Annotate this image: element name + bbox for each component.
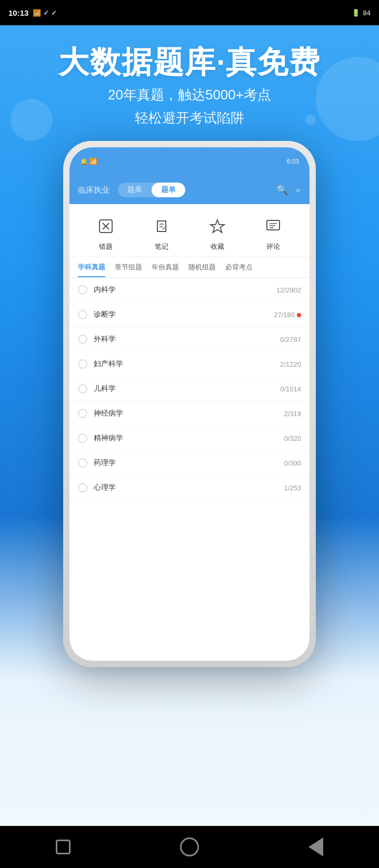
subject-dot-waike (78, 335, 87, 344)
home-square-icon (56, 840, 71, 854)
subject-item-yaoli[interactable]: 药理学 0/300 (69, 451, 310, 476)
subject-name-neike: 内科学 (94, 285, 276, 295)
phone-status-bar: 🔔 📶 6:03 (69, 147, 310, 176)
subject-item-zhenduan[interactable]: 诊断学 27/180 (69, 302, 310, 327)
subject-progress-shenjing: 2/319 (284, 410, 301, 418)
hero-area: 大数据题库·真免费 20年真题，触达5000+考点 轻松避开考试陷阱 🔔 📶 6… (0, 25, 379, 843)
time-display: 10:13 (8, 8, 28, 17)
subject-item-xinli[interactable]: 心理学 1/253 (69, 476, 310, 500)
subject-progress-jingshen: 0/320 (284, 435, 301, 442)
subject-dot-fuchan (78, 359, 87, 369)
tab-chapter[interactable]: 章节组题 (115, 263, 142, 277)
phone-outer-body: 🔔 📶 6:03 临床执业 题库 题单 🔍 ⬦ (63, 141, 316, 667)
svg-rect-6 (267, 220, 280, 230)
filter-icon[interactable]: ⬦ (295, 184, 301, 196)
comments-label: 评论 (266, 242, 280, 251)
tab-group[interactable]: 题库 题单 (118, 183, 185, 197)
subject-progress-erke: 0/1014 (280, 385, 301, 393)
tab-must-memorize[interactable]: 必背考点 (225, 263, 253, 277)
subject-progress-xinli: 1/253 (284, 484, 301, 492)
subject-progress-zhenduan: 27/180 (274, 311, 301, 319)
status-bar: 10:13 📶 ✓ ✓ 🔋 84 (0, 0, 379, 25)
subject-item-fuchan[interactable]: 妇产科学 2/1220 (69, 352, 310, 377)
subject-progress-waike: 0/2787 (280, 336, 301, 344)
status-time: 10:13 📶 ✓ ✓ (8, 8, 57, 17)
tab-subject-real[interactable]: 学科真题 (78, 263, 105, 277)
quick-action-notes[interactable]: 笔记 (149, 214, 174, 251)
subject-tabs: 学科真题 章节组题 年份真题 随机组题 必背考点 (69, 257, 310, 278)
quick-action-comments[interactable]: 评论 (261, 214, 286, 251)
home-circle-icon (180, 837, 199, 856)
subject-item-jingshen[interactable]: 精神病学 0/320 (69, 426, 310, 451)
red-dot-zhenduan (297, 313, 301, 317)
status-indicators: 🔋 84 (352, 9, 371, 17)
tab-question-list[interactable]: 题单 (152, 183, 185, 197)
subject-progress-yaoli: 0/300 (284, 459, 301, 467)
subject-dot-neike (78, 285, 87, 295)
subject-dot-jingshen (78, 433, 87, 443)
subject-dot-zhenduan (78, 310, 87, 319)
subject-item-neike[interactable]: 内科学 12/2902 (69, 278, 310, 302)
subject-dot-shenjing (78, 409, 87, 418)
subject-item-waike[interactable]: 外科学 0/2787 (69, 327, 310, 352)
app-header: 临床执业 题库 题单 🔍 ⬦ (69, 176, 310, 204)
hero-subtitle: 20年真题，触达5000+考点 轻松避开考试陷阱 (0, 83, 379, 129)
subject-name-yaoli: 药理学 (94, 458, 284, 468)
phone-mockup: 🔔 📶 6:03 临床执业 题库 题单 🔍 ⬦ (63, 141, 316, 825)
svg-marker-5 (211, 220, 224, 233)
subject-item-shenjing[interactable]: 神经病学 2/319 (69, 401, 310, 426)
hero-title: 大数据题库·真免费 (0, 42, 379, 83)
subject-dot-erke (78, 384, 87, 393)
comments-icon (261, 214, 286, 239)
subject-name-shenjing: 神经病学 (94, 409, 284, 418)
nav-back-button[interactable] (174, 831, 205, 863)
subtitle-line1: 20年真题，触达5000+考点 (0, 83, 379, 106)
search-icon[interactable]: 🔍 (276, 184, 288, 196)
battery-icon: 🔋 (352, 9, 360, 17)
wrong-questions-label: 错题 (99, 242, 113, 251)
quick-action-favorites[interactable]: 收藏 (205, 214, 230, 251)
quick-actions: 错题 笔记 收藏 (69, 204, 310, 257)
notes-icon (149, 214, 174, 239)
nav-back-arrow-button[interactable] (300, 831, 332, 863)
subject-name-jingshen: 精神病学 (94, 433, 284, 443)
subject-name-fuchan: 妇产科学 (94, 359, 280, 369)
phone-status-left: 🔔 📶 (80, 158, 97, 165)
tab-question-bank[interactable]: 题库 (118, 183, 152, 197)
battery-level: 84 (363, 9, 371, 17)
subject-progress-fuchan: 2/1220 (280, 360, 301, 368)
subject-name-waike: 外科学 (94, 335, 280, 344)
subject-name-erke: 儿科学 (94, 384, 280, 393)
tab-year-real[interactable]: 年份真题 (152, 263, 179, 277)
subject-progress-neike: 12/2902 (276, 286, 301, 294)
notes-label: 笔记 (155, 242, 168, 251)
header-icons: 🔍 ⬦ (276, 184, 301, 196)
bottom-nav (0, 826, 379, 868)
signal-icons: 📶 ✓ ✓ (33, 9, 56, 17)
favorites-label: 收藏 (211, 242, 224, 251)
subject-name-zhenduan: 诊断学 (94, 310, 274, 319)
subject-dot-yaoli (78, 458, 87, 468)
subject-item-erke[interactable]: 儿科学 0/1014 (69, 377, 310, 401)
phone-status-time: 6:03 (287, 158, 299, 165)
phone-screen: 🔔 📶 6:03 临床执业 题库 题单 🔍 ⬦ (69, 147, 310, 661)
subtitle-line2: 轻松避开考试陷阱 (0, 106, 379, 129)
subject-name-xinli: 心理学 (94, 483, 284, 492)
app-title: 临床执业 (78, 185, 109, 195)
tab-random[interactable]: 随机组题 (188, 263, 216, 277)
nav-home-button[interactable] (47, 831, 79, 863)
wrong-questions-icon (93, 214, 118, 239)
subject-dot-xinli (78, 483, 87, 492)
favorites-icon (205, 214, 230, 239)
subject-list: 内科学 12/2902 诊断学 27/180 外科学 0/2787 (69, 278, 310, 500)
quick-action-wrong[interactable]: 错题 (93, 214, 118, 251)
back-triangle-icon (308, 837, 323, 856)
